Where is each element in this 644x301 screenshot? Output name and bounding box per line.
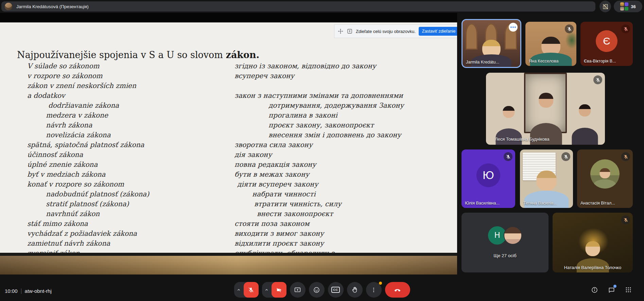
camera-control-group <box>262 282 286 298</box>
desktop-wallpaper-strip <box>0 256 457 275</box>
captions-icon: CC <box>331 287 340 293</box>
phone-down-icon <box>394 286 401 294</box>
call-controls: CC <box>234 282 410 298</box>
present-screen-button[interactable] <box>290 282 306 298</box>
slide-line: повна редакція закону <box>234 160 404 170</box>
participant-name: Jarmila Kredátu... <box>466 60 499 65</box>
vertical-dots-icon <box>370 287 377 293</box>
mic-off-icon <box>563 154 569 159</box>
tile-nataliya[interactable]: Наталія Валеріївна Толочко <box>553 213 633 272</box>
slide-line: набрати чинності <box>234 189 404 199</box>
slide-line <box>234 81 404 91</box>
mic-off-icon <box>623 26 628 32</box>
raise-hand-button[interactable] <box>347 282 363 298</box>
slide-title: Najpoužívanejšie spojenia v S a U so slo… <box>17 50 259 60</box>
mic-muted-badge <box>621 152 630 161</box>
presenter-avatar <box>5 3 12 10</box>
move-handle-icon[interactable] <box>337 28 344 34</box>
toolbar-right-icons <box>590 285 633 294</box>
participant-monogram: Є <box>596 30 617 52</box>
participant-avatars-cluster <box>620 2 628 11</box>
slide-line: zamietnuť návrh zákona <box>27 238 149 248</box>
participant-name: Наталія Валеріївна Толочко <box>553 265 633 270</box>
present-icon <box>294 286 301 294</box>
slide-line: згідно із законом, відповідно до закону <box>234 61 404 71</box>
slide-line: дія закону <box>234 150 404 160</box>
more-dots-icon <box>512 26 514 28</box>
meeting-code: atw-obnt-rhj <box>25 288 52 294</box>
participant-monogram: Ю <box>476 163 500 187</box>
shared-screen: Najpoužívanejšie spojenia v S a U so slo… <box>0 13 457 275</box>
slide-line: закон з наступними змінами та доповнення… <box>234 91 404 101</box>
slide-column-ukrainian: згідно із законом, відповідно до законув… <box>234 61 404 258</box>
participant-name: Анастасія Вітал... <box>580 201 615 206</box>
slide-line: nadobudnúť platnosť (zákona) <box>27 189 149 199</box>
slide-line: виходити з вимог закону <box>234 229 404 238</box>
tile-anastasiya[interactable]: Анастасія Вітал... <box>577 149 633 208</box>
slide-line: účinnosť zákona <box>27 150 149 160</box>
chevron-up-icon <box>236 287 241 293</box>
mic-options-button[interactable] <box>234 287 244 293</box>
more-options-button[interactable] <box>366 282 382 298</box>
slide-line: stratiť platnosť (zákona) <box>27 199 149 209</box>
slide-line: втратити чинність, силу <box>234 199 404 209</box>
presentation-title: Jarmila Kredátusová (Презентація) <box>16 4 89 9</box>
slide-column-slovak: V súlade so zákonomv rozpore so zákonomz… <box>27 61 149 258</box>
hand-icon <box>351 286 358 293</box>
activities-button[interactable] <box>624 285 633 294</box>
reactions-button[interactable] <box>309 282 325 298</box>
apps-grid-icon <box>625 286 632 293</box>
mic-off-icon <box>623 217 628 223</box>
tile-more-participants[interactable]: Н Ще 27 осіб <box>462 213 549 272</box>
end-call-button[interactable] <box>385 282 410 298</box>
participant-name: Тетяна Василів... <box>523 201 557 206</box>
slide-line: spätná, spiatočná platnosť zákona <box>27 140 149 150</box>
tile-yuliya[interactable]: Ю Юлія Василівна... <box>462 149 515 208</box>
screen-share-banner: Zdieľate celú svoju obrazovku. Zastaviť … <box>334 24 457 38</box>
slide-line: úplné znenie zákona <box>27 160 149 170</box>
tile-jarmila[interactable]: Jarmila Kredátu... <box>462 19 521 68</box>
camera-off-button[interactable] <box>272 282 286 298</box>
share-banner-message: Zdieľate celú svoju obrazovku. <box>356 29 416 34</box>
tile-yeva[interactable]: Є Єва-Вікторія В... <box>580 22 633 66</box>
mic-mute-button[interactable] <box>244 282 259 298</box>
mic-off-icon <box>595 77 601 83</box>
tile-more-options-button[interactable] <box>509 23 518 32</box>
tile-tetyana[interactable]: Тетяна Василів... <box>520 149 573 208</box>
slide-line: проєкт закону, законопроєкт <box>234 120 404 130</box>
participant-count: 36 <box>631 4 636 9</box>
mic-muted-badge <box>621 215 630 224</box>
participant-name: Яна Кесселова <box>529 59 558 64</box>
slide-line: navrhnúť zákon <box>27 209 149 219</box>
chevron-up-icon <box>264 287 269 293</box>
slide-line: бути в межах закону <box>234 170 404 179</box>
camera-options-button[interactable] <box>262 287 272 293</box>
mic-muted-badge <box>565 24 574 33</box>
captions-button[interactable]: CC <box>328 282 344 298</box>
slide-line: vychádzať z požiadaviek zákona <box>27 229 149 238</box>
camera-off-icon <box>276 287 282 293</box>
profile-photo-avatar <box>504 226 522 245</box>
participants-count-button[interactable]: 36 <box>614 1 642 12</box>
tile-lesya[interactable]: Леся Томашівна Буднікова <box>486 73 605 145</box>
participant-name: Леся Томашівна Буднікова <box>495 137 550 142</box>
chat-button[interactable] <box>607 285 616 294</box>
mic-muted-badge <box>561 152 570 161</box>
tile-yana[interactable]: Яна Кесселова <box>525 22 576 66</box>
slide-line: V súlade so zákonom <box>27 61 149 71</box>
slide-line: внесення змін і доповнень до закону <box>234 130 404 140</box>
profile-photo-avatar <box>590 159 620 189</box>
meeting-details-button[interactable] <box>590 285 599 294</box>
slide-line: dodržiavanie zákona <box>27 101 149 110</box>
stacked-avatars: Н <box>488 226 522 245</box>
meet-window: Jarmila Kredátusová (Презентація) 36 Naj… <box>0 0 644 301</box>
room-devices-button[interactable] <box>599 1 611 12</box>
presentation-slide: Najpoužívanejšie spojenia v S a U so slo… <box>0 22 457 253</box>
notification-dot <box>379 282 382 285</box>
slide-line: zákon v znení neskorších zmien <box>27 81 149 91</box>
slide-line: діяти всупереч закону <box>234 179 404 189</box>
stop-sharing-button[interactable]: Zastaviť zdieľanie <box>419 27 457 36</box>
slide-bottom-edge <box>0 253 457 256</box>
slide-line: прогалина в законі <box>234 110 404 120</box>
building-crossed-icon <box>602 3 609 10</box>
